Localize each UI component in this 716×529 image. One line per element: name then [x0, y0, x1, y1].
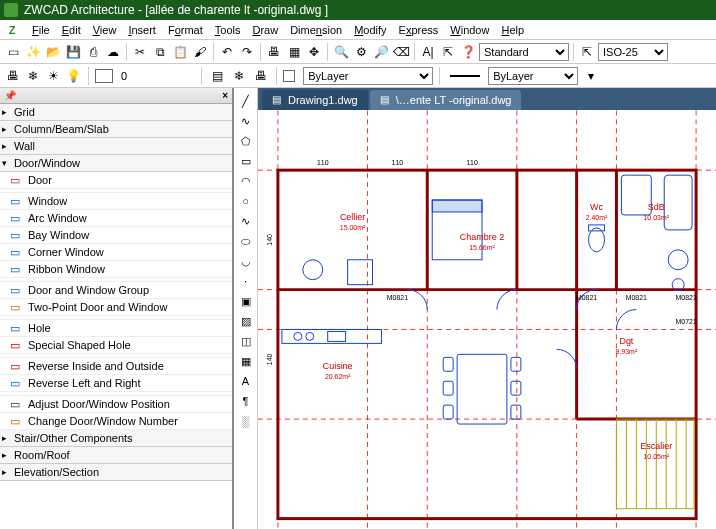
qselect-icon[interactable]: ⚙: [352, 43, 370, 61]
light-icon[interactable]: 💡: [64, 67, 82, 85]
overkill-icon[interactable]: ⌫: [392, 43, 410, 61]
font-icon[interactable]: A|: [419, 43, 437, 61]
palette-close-icon[interactable]: ×: [222, 90, 228, 101]
palette-item-sshole[interactable]: ▭Special Shaped Hole: [0, 337, 232, 354]
svg-rect-19: [457, 354, 507, 424]
lprint-icon[interactable]: 🖶: [4, 67, 22, 85]
menu-help[interactable]: Help: [495, 22, 530, 38]
wizard-icon[interactable]: ✨: [24, 43, 42, 61]
pan-icon[interactable]: ✥: [305, 43, 323, 61]
svg-text:15.66m²: 15.66m²: [469, 244, 495, 251]
palette-pin-icon[interactable]: 📌: [4, 90, 16, 101]
linetype-dropdown-icon[interactable]: ▾: [582, 67, 600, 85]
doc-tab[interactable]: ▤\…ente LT -original.dwg: [370, 90, 522, 110]
palette-item-ribbonwin[interactable]: ▭Ribbon Window: [0, 261, 232, 278]
doc-tab[interactable]: ▤Drawing1.dwg: [262, 90, 368, 110]
layer-plot-icon[interactable]: 🖶: [252, 67, 270, 85]
help-icon[interactable]: ❓: [459, 43, 477, 61]
menu-view[interactable]: View: [87, 22, 123, 38]
palette-item-changenum[interactable]: ▭Change Door/Window Number: [0, 413, 232, 430]
earc-icon[interactable]: ◡: [237, 252, 255, 270]
palette-item-adjust[interactable]: ▭Adjust Door/Window Position: [0, 396, 232, 413]
circle-icon[interactable]: ○: [237, 192, 255, 210]
draw-toolbar: ╱∿⬠▭◠○∿⬭◡·▣▨◫▦A¶░: [234, 88, 258, 529]
undo-icon[interactable]: ↶: [218, 43, 236, 61]
palette-item-dwgroup[interactable]: ▭Door and Window Group: [0, 282, 232, 299]
paste-icon[interactable]: 📋: [171, 43, 189, 61]
lfreeze-icon[interactable]: ❄: [24, 67, 42, 85]
svg-rect-24: [511, 381, 521, 395]
hatch-icon[interactable]: ▨: [237, 312, 255, 330]
palette-item-twopoint[interactable]: ▭Two-Point Door and Window: [0, 299, 232, 316]
menu-edit[interactable]: Edit: [56, 22, 87, 38]
save-icon[interactable]: 💾: [64, 43, 82, 61]
palette-group-wall[interactable]: ▸Wall: [0, 138, 232, 155]
menu-insert[interactable]: Insert: [122, 22, 162, 38]
palette-group-elevation-section[interactable]: ▸Elevation/Section: [0, 464, 232, 481]
match-icon[interactable]: 🖌: [191, 43, 209, 61]
layer-states-icon[interactable]: ▤: [208, 67, 226, 85]
menu-file[interactable]: File: [26, 22, 56, 38]
ribbonwin-icon: ▭: [6, 262, 24, 276]
palette-group-column-beam-slab[interactable]: ▸Column/Beam/Slab: [0, 121, 232, 138]
menu-format[interactable]: Format: [162, 22, 209, 38]
layer-combo[interactable]: ByLayer: [303, 67, 433, 85]
palette-item-window[interactable]: ▭Window: [0, 193, 232, 210]
find-icon[interactable]: 🔍: [332, 43, 350, 61]
cut-icon[interactable]: ✂: [131, 43, 149, 61]
menu-window[interactable]: Window: [444, 22, 495, 38]
dimstyle-icon[interactable]: ⇱: [578, 43, 596, 61]
color-swatch[interactable]: [95, 69, 113, 83]
menu-modify[interactable]: Modify: [348, 22, 392, 38]
text-icon[interactable]: A: [237, 372, 255, 390]
new-icon[interactable]: ▭: [4, 43, 22, 61]
polygon-icon[interactable]: ⬠: [237, 132, 255, 150]
svg-rect-20: [443, 357, 453, 371]
palette-group-stair-other-components[interactable]: ▸Stair/Other Components: [0, 430, 232, 447]
palette-item-arcwin[interactable]: ▭Arc Window: [0, 210, 232, 227]
palette-item-cornerwin[interactable]: ▭Corner Window: [0, 244, 232, 261]
redo-icon[interactable]: ↷: [238, 43, 256, 61]
revio-icon: ▭: [6, 359, 24, 373]
text-style-combo[interactable]: Standard: [479, 43, 569, 61]
palette-item-revlr[interactable]: ▭Reverse Left and Right: [0, 375, 232, 392]
plot-icon[interactable]: 🖶: [265, 43, 283, 61]
region-icon[interactable]: ◫: [237, 332, 255, 350]
line-icon[interactable]: ╱: [237, 92, 255, 110]
sun-icon[interactable]: ☀: [44, 67, 62, 85]
app-menu-icon[interactable]: Z: [4, 22, 20, 38]
layout-icon[interactable]: ▦: [285, 43, 303, 61]
dimstyle-icon[interactable]: ⇱: [439, 43, 457, 61]
menu-tools[interactable]: Tools: [209, 22, 247, 38]
drawing-canvas[interactable]: Cellier 15.00m² Chambre 2 15.66m² Wc 2.4…: [258, 110, 716, 529]
rect-icon[interactable]: ▭: [237, 152, 255, 170]
spline-icon[interactable]: ∿: [237, 212, 255, 230]
palette-item-door[interactable]: ▭Door: [0, 172, 232, 189]
svg-text:20.62m²: 20.62m²: [325, 373, 351, 380]
mtext-icon[interactable]: ¶: [237, 392, 255, 410]
palette-group-grid[interactable]: ▸Grid: [0, 104, 232, 121]
copy-icon[interactable]: ⧉: [151, 43, 169, 61]
point-icon[interactable]: ·: [237, 272, 255, 290]
pattern-icon[interactable]: ░: [237, 412, 255, 430]
linetype-combo[interactable]: ByLayer: [488, 67, 578, 85]
pdf-icon[interactable]: ⎙: [84, 43, 102, 61]
palette-group-door-window[interactable]: ▾Door/Window: [0, 155, 232, 172]
palette-item-revio[interactable]: ▭Reverse Inside and Outside: [0, 358, 232, 375]
palette-item-baywin[interactable]: ▭Bay Window: [0, 227, 232, 244]
cloud-icon[interactable]: ☁: [104, 43, 122, 61]
arc-icon[interactable]: ◠: [237, 172, 255, 190]
menu-draw[interactable]: Draw: [246, 22, 284, 38]
palette-item-hole[interactable]: ▭Hole: [0, 320, 232, 337]
menu-express[interactable]: Express: [393, 22, 445, 38]
palette-group-room-roof[interactable]: ▸Room/Roof: [0, 447, 232, 464]
layer-freeze-icon[interactable]: ❄: [230, 67, 248, 85]
menu-dimension[interactable]: Dimension: [284, 22, 348, 38]
search-icon[interactable]: 🔎: [372, 43, 390, 61]
block-icon[interactable]: ▣: [237, 292, 255, 310]
ellipse-icon[interactable]: ⬭: [237, 232, 255, 250]
table-icon[interactable]: ▦: [237, 352, 255, 370]
dim-style-combo[interactable]: ISO-25: [598, 43, 668, 61]
pline-icon[interactable]: ∿: [237, 112, 255, 130]
open-icon[interactable]: 📂: [44, 43, 62, 61]
